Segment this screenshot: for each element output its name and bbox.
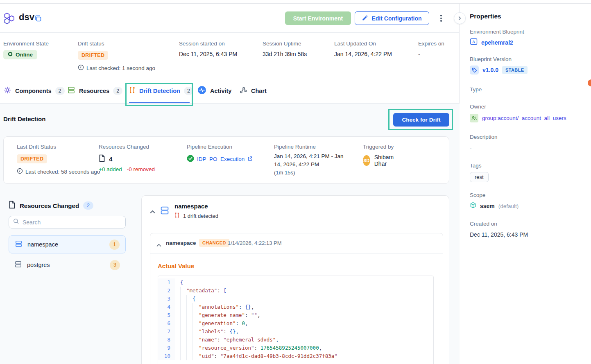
triggered-by-label: Triggered by <box>363 144 394 150</box>
expires-value: - <box>418 51 420 57</box>
avatar: SD <box>363 155 370 166</box>
main-column: dsv Start Environment Edit Configuration… <box>0 4 460 364</box>
chevron-up-icon[interactable] <box>150 208 155 215</box>
gear-icon <box>3 86 11 96</box>
search-input[interactable] <box>23 219 121 226</box>
page-title: dsv <box>19 12 34 23</box>
resources-changed-count: 4 <box>99 154 112 163</box>
blueprint-value-row: A epehemral2 <box>470 38 513 47</box>
resources-changed-panel-count: 2 <box>83 201 93 210</box>
session-uptime-value: 33d 21h 39m 58s <box>263 51 307 57</box>
file-icon <box>99 154 105 163</box>
drift-card-last-checked: Last checked: 58 seconds ago <box>17 168 100 175</box>
resource-detail-card: namespace 1 drift detected <box>141 195 449 364</box>
scatter-chart-icon <box>239 86 247 96</box>
drift-detection-content: Drift Detection Check for Drift Last Dri… <box>0 104 460 364</box>
edit-configuration-button[interactable]: Edit Configuration <box>355 11 429 25</box>
version-value: v1.0.0 <box>482 67 498 73</box>
drifted-badge: DRIFTED <box>78 51 108 60</box>
file-icon <box>9 201 16 210</box>
tab-drift-detection-label: Drift Detection <box>139 88 180 94</box>
external-link-icon[interactable] <box>247 156 253 163</box>
drift-detected-row: 1 drift detected <box>174 212 218 219</box>
clock-icon <box>17 168 23 175</box>
drift-last-checked-text: Last checked: 1 second ago <box>86 65 155 71</box>
code-lines: 1{2 "metadata": [3 {4 "annotations": {},… <box>158 278 433 360</box>
resources-changed-panel-header: Resources Changed 2 <box>9 201 93 210</box>
drift-summary-card: Last Drift Status DRIFTED Last checked: … <box>3 136 449 184</box>
pipeline-duration: (1m 15s) <box>274 169 350 177</box>
triggered-by-name: Shibam Dhar <box>374 154 397 167</box>
chevron-right-icon <box>457 15 462 22</box>
more-options-button[interactable] <box>436 11 446 25</box>
start-environment-button[interactable]: Start Environment <box>285 11 351 25</box>
session-started-value: Dec 11, 2025, 6:43 PM <box>179 51 237 57</box>
drift-entry-card: namespace CHANGED 1/14/2026, 4:22:13 PM … <box>150 233 443 364</box>
list-item-name: postgres <box>27 262 105 268</box>
drift-entry-name: namespace <box>166 240 196 246</box>
type-label: Type <box>470 86 482 93</box>
tab-components[interactable]: Components 2 <box>3 78 65 103</box>
drift-icon <box>174 212 180 219</box>
section-title: Drift Detection <box>3 115 45 122</box>
scope-label: Scope <box>470 192 485 198</box>
pipeline-execution-link[interactable]: IDP_PO_Execution <box>197 156 245 162</box>
owner-link[interactable]: group:account/_account_all_users <box>482 115 566 121</box>
server-stack-icon <box>15 240 23 249</box>
expires-label: Expires on <box>418 41 444 47</box>
check-for-drift-button[interactable]: Check for Drift <box>393 113 449 127</box>
check-circle-icon <box>187 155 194 163</box>
tab-drift-detection[interactable]: Drift Detection 2 <box>129 78 193 103</box>
list-item-namespace[interactable]: namespace 1 <box>9 235 126 253</box>
drift-entry-header: namespace CHANGED 1/14/2026, 4:22:13 PM <box>150 233 443 254</box>
page-header: dsv Start Environment Edit Configuration <box>0 4 459 33</box>
blueprint-label: Environment Blueprint <box>470 29 524 35</box>
tab-resources-label: Resources <box>79 88 109 94</box>
tab-resources-count: 2 <box>113 87 122 95</box>
code-editor[interactable]: 1{2 "metadata": [3 {4 "annotations": {},… <box>158 276 434 364</box>
scope-default-suffix: (default) <box>498 203 519 209</box>
svg-text:A: A <box>472 40 475 44</box>
copy-name-icon[interactable] <box>34 15 42 24</box>
online-status-badge: Online <box>3 50 37 59</box>
blueprint-link[interactable]: epehemral2 <box>481 39 513 46</box>
stable-badge: STABLE <box>502 66 528 74</box>
search-icon <box>13 218 19 226</box>
list-item-count-badge: 1 <box>109 240 120 250</box>
online-ring-icon <box>8 52 13 58</box>
last-updated-value: Jan 14, 2026, 4:22 PM <box>334 51 392 57</box>
properties-heading: Properties <box>470 13 501 20</box>
tab-activity[interactable]: Activity <box>197 78 231 103</box>
clock-icon <box>78 64 84 72</box>
drift-last-checked: Last checked: 1 second ago <box>78 64 155 72</box>
activity-pulse-icon <box>197 86 206 96</box>
scope-value-row: ssem (default) <box>470 202 519 210</box>
chevron-up-icon[interactable] <box>156 241 161 249</box>
resources-changed-label: Resources Changed <box>99 144 149 150</box>
last-drift-status-badge: DRIFTED <box>17 154 47 163</box>
tags-label: Tags <box>470 163 482 169</box>
tag-chip: rest <box>470 172 489 182</box>
drift-card-last-checked-text: Last checked: 58 seconds ago <box>25 169 100 175</box>
environment-state-label: Environment State <box>3 41 49 47</box>
tab-bar: Components 2 Resources 2 Drift D <box>0 78 459 104</box>
resources-changed-panel-title: Resources Changed <box>20 202 79 209</box>
environment-status-row: Environment State Online Drift status DR… <box>0 33 459 78</box>
collapse-panel-button[interactable] <box>454 12 466 24</box>
created-on-label: Created on <box>470 221 497 227</box>
pipeline-runtime-value: Jan 14, 2026, 4:21 PM - Jan 14, 2026, 4:… <box>274 152 350 177</box>
drift-detected-text: 1 drift detected <box>183 213 218 219</box>
last-updated-label: Last Updated On <box>334 41 376 47</box>
resource-search-box <box>9 216 126 228</box>
properties-panel: Properties Environment Blueprint A epehe… <box>460 4 591 364</box>
tab-chart[interactable]: Chart <box>239 78 267 103</box>
list-item-postgres[interactable]: postgres 3 <box>9 256 126 274</box>
online-status-label: Online <box>16 52 33 58</box>
pipeline-runtime-label: Pipeline Runtime <box>274 144 316 150</box>
tab-resources[interactable]: Resources 2 <box>67 78 122 103</box>
session-uptime-label: Session Uptime <box>263 41 301 47</box>
session-started-label: Session started on <box>179 41 225 47</box>
drift-entry-timestamp: 1/14/2026, 4:22:13 PM <box>228 240 282 246</box>
server-stack-icon <box>160 206 170 217</box>
changed-badge: CHANGED <box>199 239 229 247</box>
